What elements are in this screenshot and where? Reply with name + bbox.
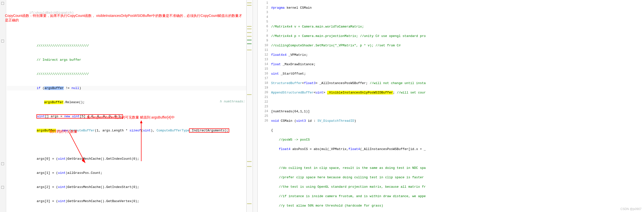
- right-code-area[interactable]: #pragma kernel CSMain //Matrix4x4 v = Ca…: [270, 0, 644, 212]
- svg-marker-1: [140, 120, 142, 123]
- svg-marker-3: [82, 158, 86, 163]
- fold-icon[interactable]: -: [1, 2, 4, 5]
- right-editor-pane[interactable]: 1234567891011121314151617181920212223242…: [258, 0, 644, 212]
- code-line: //Matrix4x4 v = Camera.main.worldToCamer…: [271, 24, 643, 29]
- code-line: [7, 25, 246, 29]
- code-line: //the test is using OpenGL standard proj…: [271, 184, 643, 189]
- code-line: args[2] = (uint)GetGrassMeshCache().GetI…: [7, 185, 246, 189]
- left-editor-pane[interactable]: - - - - CopyCount函数：特别重要，如果不执行CopyCount函…: [0, 0, 246, 212]
- code-line: float4x4 _VPMatrix;: [271, 53, 643, 57]
- watermark: CSDN @js0907: [620, 207, 642, 211]
- annotation-copycount: CopyCount函数：特别重要，如果不执行CopyCount函数， visib…: [5, 14, 243, 23]
- fold-icon[interactable]: -: [1, 186, 4, 189]
- code-line: float4 absPosCS = abs(mul(_VPMatrix,floa…: [271, 147, 643, 151]
- code-line: #pragma kernel CSMain: [271, 6, 643, 10]
- code-line: [271, 156, 643, 161]
- svg-line-2: [70, 133, 84, 161]
- code-line: ///////////////////////////: [7, 43, 246, 48]
- code-line: AppendStructuredBuffer<uint> _VisibleIns…: [271, 90, 643, 95]
- code-line: //cullingComputeShader.SetMatrix("_VPMat…: [271, 43, 643, 48]
- code-line: [271, 15, 643, 20]
- fold-gutter: - - - -: [0, 0, 6, 212]
- code-line: float _MaxDrawDistance;: [271, 62, 643, 67]
- arrow-diag: [67, 131, 87, 164]
- code-line: uint _StartOffset;: [271, 71, 643, 76]
- code-line: {: [271, 128, 643, 133]
- annotation-assign: 将computeShader统计的可见数量 赋值到 argsBuffer[4]中: [87, 115, 175, 120]
- code-line: [7, 142, 246, 147]
- code-line: argsBuffer = new ComputeBuffer(1, args.L…: [7, 128, 246, 133]
- code-line: if (argsBuffer != null): [7, 86, 246, 91]
- code-line: //if instance is inside camera frustum, …: [271, 194, 643, 199]
- code-line: ///////////////////////////: [7, 72, 246, 76]
- code-line: //prefer clip space here because doing c…: [271, 175, 643, 180]
- minimap[interactable]: [246, 0, 253, 212]
- code-line: [numthreads(64,1,1)]: [271, 109, 643, 114]
- fold-icon[interactable]: -: [1, 162, 4, 165]
- code-line: //posWS -> posCS: [271, 137, 643, 142]
- fold-icon[interactable]: -: [1, 40, 4, 42]
- code-line: [271, 100, 643, 104]
- code-line: //y test allow 50% more threshold (hardc…: [271, 203, 643, 208]
- code-line: // Indirect args buffer: [7, 58, 246, 62]
- code-line: StructuredBuffer<float3> _AllInstancesPo…: [271, 81, 643, 86]
- code-line: argsBuffer.Release();: [7, 100, 246, 105]
- arrow-up: [139, 120, 144, 162]
- left-code-area[interactable]: if(shouldBatchDispatch) ////////////////…: [7, 0, 246, 212]
- code-line: //do culling test in clip space, result …: [271, 166, 643, 170]
- code-line: args[3] = (uint)GetGrassMeshCache().GetB…: [7, 199, 246, 203]
- scrollbar-gutter[interactable]: [253, 0, 258, 212]
- code-line: args[0] = (uint)GetGrassMeshCache().GetI…: [7, 156, 246, 161]
- code-line: void CSMain (uint3 id : SV_DispatchThrea…: [271, 119, 643, 123]
- line-number-gutter: 1234567891011121314151617181920212223242…: [258, 0, 270, 212]
- code-line: //Matrix4x4 p = Camera.main.projectionMa…: [271, 34, 643, 39]
- inlay-hint: h numthreads:: [220, 99, 245, 104]
- code-line: args[1] = (uint)allGrassPos.Count;: [7, 171, 246, 175]
- annotation-count: 统计到的可见数量: [50, 129, 77, 134]
